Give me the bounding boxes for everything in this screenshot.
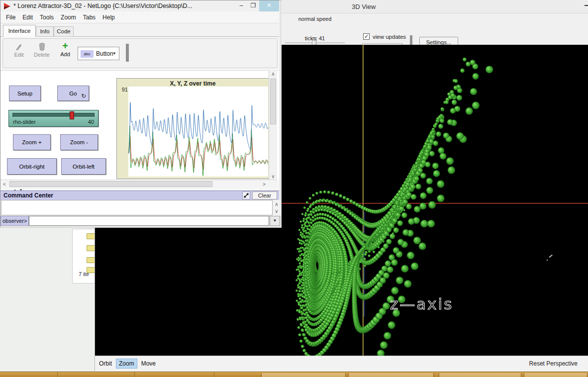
tab-code[interactable]: Code <box>54 26 74 37</box>
horizontal-scroll-thumb[interactable] <box>9 181 212 187</box>
netlogo-app-icon <box>3 2 11 10</box>
toolbar-separator <box>126 44 129 62</box>
setup-button[interactable]: Setup <box>9 86 41 101</box>
taskbar[interactable] <box>0 372 588 377</box>
scroll-up-icon[interactable]: ∧ <box>269 71 277 77</box>
menu-file[interactable]: File <box>2 12 19 22</box>
interface-canvas: Setup Go ↻ rho-slider 40 Zoom + Zoom - O… <box>0 70 279 180</box>
tab-bar: Interface Info Code <box>0 23 279 37</box>
slider-label: rho-slider <box>13 119 36 125</box>
file-explorer-panel: 7 ite <box>72 229 95 283</box>
plot-widget: X, Y, Z over time 91 <box>116 78 269 179</box>
tab-interface[interactable]: Interface <box>3 25 36 37</box>
reset-perspective-button[interactable]: Reset Perspective <box>529 360 578 367</box>
interface-toolbar: Edit Delete + Add abc Button ▼ <box>2 38 278 68</box>
observer-command-row: observer> ▼ <box>0 216 279 226</box>
clear-button[interactable]: Clear <box>252 191 277 199</box>
scroll-down-icon[interactable]: ∨ <box>273 208 281 214</box>
speed-label: normal speed <box>285 16 345 22</box>
forever-icon: ↻ <box>81 93 86 99</box>
slider-value: 40 <box>88 119 94 125</box>
plot-title: X, Y, Z over time <box>117 80 269 87</box>
rho-slider[interactable]: rho-slider 40 <box>8 110 98 127</box>
plot-ymax-label: 91 <box>119 87 128 93</box>
trash-icon <box>39 43 45 51</box>
mode-move[interactable]: Move <box>139 359 158 368</box>
distant-point <box>547 260 548 261</box>
slider-handle[interactable] <box>70 111 74 119</box>
scroll-down-icon[interactable]: ∨ <box>269 174 277 179</box>
delete-widget-button[interactable]: Delete <box>31 43 53 58</box>
view-updates-label: view updates <box>373 34 406 40</box>
zoom-minus-button[interactable]: Zoom - <box>60 134 98 150</box>
vertical-scrollbar[interactable]: ∧ ∨ <box>269 70 277 180</box>
minimize-button[interactable]: – <box>235 0 247 11</box>
abc-widget-icon: abc <box>81 50 94 58</box>
close-button[interactable]: ✕ <box>259 0 279 11</box>
menu-help[interactable]: Help <box>99 12 118 22</box>
detach-icon[interactable] <box>242 191 250 199</box>
pencil-icon <box>15 43 22 51</box>
go-label: Go <box>69 91 77 96</box>
add-widget-button[interactable]: + Add <box>57 42 74 57</box>
go-button[interactable]: Go ↻ <box>57 86 89 101</box>
items-count-label: 7 ite <box>79 271 89 277</box>
taskbar-divider <box>134 372 135 377</box>
vertical-scroll-thumb[interactable] <box>270 79 276 124</box>
3d-view-mode-bar: Orbit Zoom Move Reset Perspective <box>95 356 588 371</box>
zoom-plus-button[interactable]: Zoom + <box>13 134 51 150</box>
scroll-left-icon[interactable]: < <box>1 182 7 187</box>
minimize-icon[interactable] <box>585 5 588 6</box>
taskbar-button[interactable] <box>261 373 346 377</box>
desktop: 7 ite 3D View normal speed ticks: 41 ✓ v… <box>0 0 588 377</box>
taskbar-divider <box>214 372 214 377</box>
command-center-output[interactable] <box>1 200 273 215</box>
command-input[interactable] <box>29 216 269 226</box>
observer-prompt: observer> <box>0 216 29 226</box>
netlogo-titlebar[interactable]: * Lorenz Attractor-3D_02 - NetLogo {C:\U… <box>0 0 279 11</box>
add-label: Add <box>57 51 74 57</box>
command-center-header: Command Center Clear <box>0 190 279 200</box>
edit-label: Edit <box>10 52 28 58</box>
orbit-right-button[interactable]: Orbit-right <box>7 158 57 175</box>
dropdown-arrow-icon: ▼ <box>112 51 116 56</box>
menu-bar: File Edit Tools Zoom Tabs Help <box>0 11 279 23</box>
delete-label: Delete <box>31 52 53 58</box>
taskbar-button[interactable] <box>524 373 588 377</box>
taskbar-button[interactable] <box>439 373 521 377</box>
orbit-left-button[interactable]: Orbit-left <box>61 158 106 175</box>
widget-type-select[interactable]: abc Button ▼ <box>78 47 119 60</box>
maximize-button[interactable]: ❐ <box>247 0 259 11</box>
mode-orbit[interactable]: Orbit <box>97 359 114 368</box>
mode-zoom[interactable]: Zoom <box>116 359 137 369</box>
taskbar-button[interactable] <box>348 373 434 377</box>
ticks-counter: ticks: 41 <box>285 35 345 41</box>
taskbar-divider <box>57 372 58 377</box>
menu-tools[interactable]: Tools <box>36 12 57 22</box>
slider-groove <box>12 113 95 117</box>
menu-zoom[interactable]: Zoom <box>57 12 80 22</box>
menu-edit[interactable]: Edit <box>19 12 36 22</box>
widget-type-value: Button <box>96 50 113 57</box>
xyz-over-time-plot <box>128 87 268 177</box>
output-scrollbar[interactable]: ∧ ∨ <box>273 200 281 215</box>
window-title: * Lorenz Attractor-3D_02 - NetLogo {C:\U… <box>13 2 193 9</box>
3d-view-title: 3D View <box>352 3 376 10</box>
netlogo-window: * Lorenz Attractor-3D_02 - NetLogo {C:\U… <box>0 0 282 228</box>
command-center-title: Command Center <box>3 192 53 199</box>
history-dropdown-icon[interactable]: ▼ <box>270 216 280 226</box>
tab-info[interactable]: Info <box>36 26 54 37</box>
svg-text:z—axis: z—axis <box>390 295 453 313</box>
menu-tabs[interactable]: Tabs <box>80 12 99 22</box>
z-axis-label: z—axis <box>385 289 504 319</box>
scroll-up-icon[interactable]: ∧ <box>273 201 281 207</box>
horizontal-scrollbar[interactable]: < > <box>0 180 277 188</box>
plus-icon: + <box>62 40 68 51</box>
edit-widget-button[interactable]: Edit <box>10 43 28 58</box>
scroll-right-icon[interactable]: > <box>261 182 267 187</box>
view-updates-checkbox[interactable]: ✓ <box>363 33 370 40</box>
